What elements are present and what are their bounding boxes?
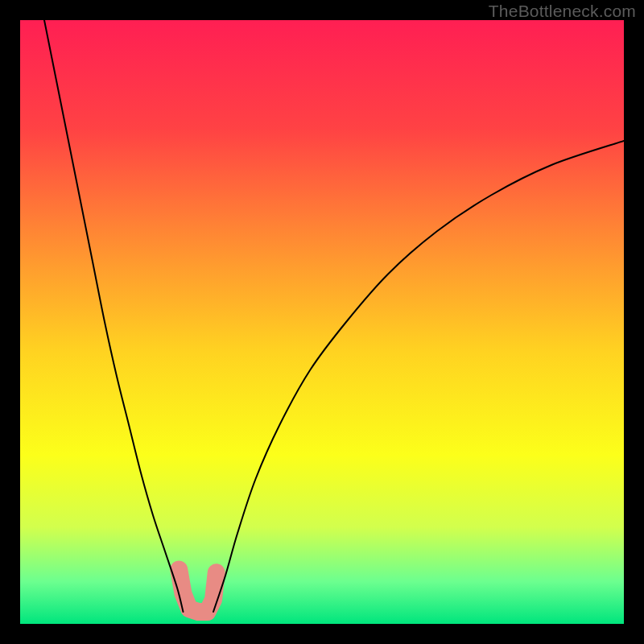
watermark-text: TheBottleneck.com (489, 2, 636, 21)
chart-frame: TheBottleneck.com (0, 0, 644, 644)
plot-background (20, 20, 624, 624)
bottleneck-chart (20, 20, 624, 624)
